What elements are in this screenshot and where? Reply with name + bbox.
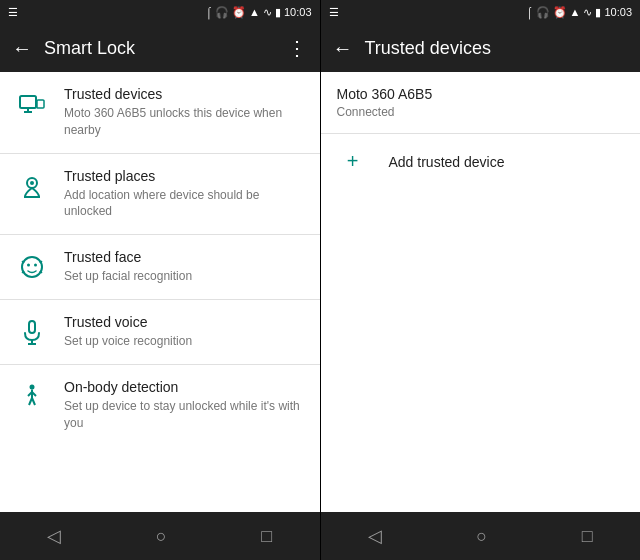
page-title-right: Trusted devices xyxy=(365,38,629,59)
status-right-icons: ⌠ 🎧 ⏰ ▲ ∿ ▮ 10:03 xyxy=(205,6,311,19)
trusted-voice-title: Trusted voice xyxy=(64,314,304,330)
on-body-text: On-body detection Set up device to stay … xyxy=(64,379,304,432)
bluetooth-icon-r: ⌠ xyxy=(526,6,533,18)
device-status: Connected xyxy=(337,105,625,119)
trusted-devices-text: Trusted devices Moto 360 A6B5 unlocks th… xyxy=(64,86,304,139)
menu-item-trusted-devices[interactable]: Trusted devices Moto 360 A6B5 unlocks th… xyxy=(0,72,320,154)
add-trusted-device-button[interactable]: + Add trusted device xyxy=(321,134,641,189)
time-left: 10:03 xyxy=(284,6,312,18)
trusted-voice-text: Trusted voice Set up voice recognition xyxy=(64,314,304,350)
plus-icon: + xyxy=(337,150,369,173)
svg-point-9 xyxy=(34,264,37,267)
on-body-subtitle: Set up device to stay unlocked while it'… xyxy=(64,398,304,432)
smart-lock-panel: ☰ ⌠ 🎧 ⏰ ▲ ∿ ▮ 10:03 ← Smart Lock ⋮ xyxy=(0,0,320,560)
svg-point-17 xyxy=(30,384,35,389)
trusted-places-icon xyxy=(16,170,48,202)
svg-rect-0 xyxy=(20,96,36,108)
device-item-moto[interactable]: Moto 360 A6B5 Connected xyxy=(321,72,641,134)
trusted-face-subtitle: Set up facial recognition xyxy=(64,268,304,285)
svg-point-8 xyxy=(27,264,30,267)
trusted-devices-subtitle: Moto 360 A6B5 unlocks this device when n… xyxy=(64,105,304,139)
trusted-places-subtitle: Add location where device should be unlo… xyxy=(64,187,304,221)
trusted-devices-icon xyxy=(16,88,48,120)
bottom-nav-right: ◁ ○ □ xyxy=(321,512,641,560)
device-name: Moto 360 A6B5 xyxy=(337,86,625,102)
bottom-nav-left: ◁ ○ □ xyxy=(0,512,320,560)
menu-item-trusted-voice[interactable]: Trusted voice Set up voice recognition xyxy=(0,300,320,365)
back-button-left[interactable]: ← xyxy=(12,37,32,60)
trusted-devices-title: Trusted devices xyxy=(64,86,304,102)
add-device-label: Add trusted device xyxy=(389,154,505,170)
battery-icon-r: ▮ xyxy=(595,6,601,19)
signal-icon-r: ▲ xyxy=(570,6,581,18)
menu-item-trusted-places[interactable]: Trusted places Add location where device… xyxy=(0,154,320,236)
status-right-right-icons: ⌠ 🎧 ⏰ ▲ ∿ ▮ 10:03 xyxy=(526,6,632,19)
wifi-icon-r: ∿ xyxy=(583,6,592,19)
menu-item-trusted-face[interactable]: Trusted face Set up facial recognition xyxy=(0,235,320,300)
trusted-devices-panel: ☰ ⌠ 🎧 ⏰ ▲ ∿ ▮ 10:03 ← Trusted devices Mo… xyxy=(321,0,641,560)
signal-icon: ▲ xyxy=(249,6,260,18)
battery-icon: ▮ xyxy=(275,6,281,19)
svg-line-22 xyxy=(32,398,35,405)
trusted-voice-icon xyxy=(16,316,48,348)
svg-rect-14 xyxy=(29,321,35,333)
trusted-face-icon xyxy=(16,251,48,283)
alarm-icon: ⏰ xyxy=(232,6,246,19)
recents-nav-left[interactable]: □ xyxy=(241,518,292,555)
trusted-places-text: Trusted places Add location where device… xyxy=(64,168,304,221)
trusted-voice-subtitle: Set up voice recognition xyxy=(64,333,304,350)
top-bar-left: ← Smart Lock ⋮ xyxy=(0,24,320,72)
status-left-icons: ☰ xyxy=(8,6,18,19)
recents-nav-right[interactable]: □ xyxy=(562,518,613,555)
android-icon: ☰ xyxy=(8,6,18,19)
svg-point-7 xyxy=(22,257,42,277)
menu-item-on-body[interactable]: On-body detection Set up device to stay … xyxy=(0,365,320,446)
back-button-right[interactable]: ← xyxy=(333,37,353,60)
page-title-left: Smart Lock xyxy=(44,38,275,59)
status-right-left-icons: ☰ xyxy=(329,6,339,19)
status-bar-left: ☰ ⌠ 🎧 ⏰ ▲ ∿ ▮ 10:03 xyxy=(0,0,320,24)
bluetooth-icon: ⌠ xyxy=(205,6,212,18)
on-body-icon xyxy=(16,381,48,413)
trusted-places-title: Trusted places xyxy=(64,168,304,184)
home-nav-right[interactable]: ○ xyxy=(456,518,507,555)
more-options-button[interactable]: ⋮ xyxy=(287,36,308,60)
trusted-devices-list: Moto 360 A6B5 Connected + Add trusted de… xyxy=(321,72,641,512)
back-nav-right[interactable]: ◁ xyxy=(348,517,402,555)
headphone-icon-r: 🎧 xyxy=(536,6,550,19)
top-bar-right: ← Trusted devices xyxy=(321,24,641,72)
on-body-title: On-body detection xyxy=(64,379,304,395)
wifi-icon: ∿ xyxy=(263,6,272,19)
alarm-icon-r: ⏰ xyxy=(553,6,567,19)
smart-lock-menu-list: Trusted devices Moto 360 A6B5 unlocks th… xyxy=(0,72,320,512)
trusted-face-text: Trusted face Set up facial recognition xyxy=(64,249,304,285)
svg-rect-1 xyxy=(37,100,44,108)
android-icon-right: ☰ xyxy=(329,6,339,19)
back-nav-left[interactable]: ◁ xyxy=(27,517,81,555)
trusted-face-title: Trusted face xyxy=(64,249,304,265)
headphone-icon: 🎧 xyxy=(215,6,229,19)
svg-point-5 xyxy=(30,181,34,185)
home-nav-left[interactable]: ○ xyxy=(136,518,187,555)
time-right: 10:03 xyxy=(604,6,632,18)
status-bar-right: ☰ ⌠ 🎧 ⏰ ▲ ∿ ▮ 10:03 xyxy=(321,0,641,24)
